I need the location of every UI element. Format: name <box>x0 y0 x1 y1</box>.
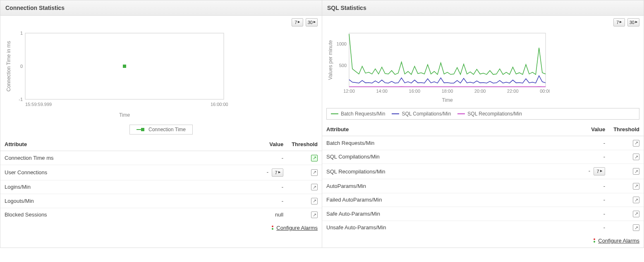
connection-chart-svg: -10115:59:59.99916:00:00.000TimeConnecti… <box>5 29 228 120</box>
value-cell: - <box>532 221 609 234</box>
threshold-icon[interactable]: ↗ <box>311 212 318 218</box>
svg-text:00:00: 00:00 <box>540 89 550 94</box>
svg-text:15:59:59.999: 15:59:59.999 <box>25 102 52 107</box>
svg-text:Values per minute: Values per minute <box>328 40 333 80</box>
value-cell: - <box>532 207 609 221</box>
value-cell: -7▶ <box>200 165 287 180</box>
col-threshold: Threshold <box>609 123 644 136</box>
attr-cell: User Connections <box>0 165 200 180</box>
legend-label: Connection Time <box>148 127 186 132</box>
range-30-button[interactable]: 30▶ <box>306 18 318 26</box>
attr-cell: Failed AutoParams/Min <box>322 193 532 207</box>
value-cell: - <box>200 151 287 165</box>
svg-point-24 <box>594 241 595 243</box>
threshold-cell: ↗ <box>609 221 644 234</box>
svg-rect-11 <box>349 33 546 87</box>
legend-marker-icon <box>141 128 144 131</box>
svg-text:22:00: 22:00 <box>507 89 519 94</box>
attr-cell: SQL Recompilations/Min <box>322 164 532 179</box>
svg-text:16:00:00.000: 16:00:00.000 <box>211 102 228 107</box>
connection-range-row: 7▶ 30▶ <box>0 16 322 26</box>
svg-text:18:00: 18:00 <box>442 89 453 94</box>
threshold-icon[interactable]: ↗ <box>633 183 639 190</box>
col-threshold: Threshold <box>287 138 322 151</box>
sql-stats-title: SQL Statistics <box>322 0 644 16</box>
sql-range-row: 7▶ 30▶ <box>322 16 644 26</box>
threshold-cell: ↗ <box>609 207 644 221</box>
table-row: AutoParams/Min-↗ <box>322 179 644 193</box>
legend-item-connection-time: Connection Time <box>136 127 186 132</box>
threshold-icon[interactable]: ↗ <box>633 168 639 175</box>
svg-text:14:00: 14:00 <box>376 89 388 94</box>
threshold-icon[interactable]: ↗ <box>633 211 639 217</box>
table-row: SQL Recompilations/Min-7▶↗ <box>322 164 644 179</box>
table-row: SQL Compilations/Min-↗ <box>322 150 644 164</box>
inline-range-button[interactable]: 7▶ <box>594 167 605 175</box>
threshold-icon[interactable]: ↗ <box>311 198 318 204</box>
range-7-button[interactable]: 7▶ <box>292 18 303 26</box>
table-row: Batch Requests/Min-↗ <box>322 136 644 150</box>
value-cell: - <box>200 194 287 208</box>
threshold-cell: ↗ <box>287 180 322 194</box>
threshold-cell: ↗ <box>609 150 644 164</box>
threshold-icon[interactable]: ↗ <box>633 197 639 203</box>
threshold-icon[interactable]: ↗ <box>311 155 318 161</box>
sql-legend: Batch Requests/Min SQL Compilations/Min … <box>326 108 639 120</box>
threshold-cell: ↗ <box>609 179 644 193</box>
configure-alarms-row: Configure Alarms <box>0 221 322 235</box>
legend-color-icon <box>331 113 338 114</box>
configure-alarms-link[interactable]: Configure Alarms <box>276 225 318 231</box>
legend-color-icon <box>457 113 465 114</box>
chevron-right-icon: ▶ <box>635 20 637 24</box>
legend-item-recompilations: SQL Recompilations/Min <box>457 111 522 117</box>
table-row: Logouts/Min-↗ <box>0 194 322 208</box>
svg-point-23 <box>594 238 595 240</box>
threshold-icon[interactable]: ↗ <box>311 184 318 190</box>
threshold-cell: ↗ <box>287 208 322 221</box>
value-cell: null <box>200 208 287 221</box>
table-row: Logins/Min-↗ <box>0 180 322 194</box>
threshold-cell: ↗ <box>609 136 644 150</box>
attr-cell: Blocked Sessions <box>0 208 200 221</box>
value-cell: -7▶ <box>532 164 609 179</box>
sql-chart: 500100012:0014:0016:0018:0020:0022:0000:… <box>322 26 644 106</box>
range-30-button[interactable]: 30▶ <box>627 18 639 26</box>
threshold-cell: ↗ <box>287 194 322 208</box>
range-7-button[interactable]: 7▶ <box>613 18 625 26</box>
table-row: Connection Time ms-↗ <box>0 151 322 165</box>
range-7-label: 7 <box>294 20 297 25</box>
connection-stats-title: Connection Statistics <box>0 0 322 16</box>
col-attribute: Attribute <box>322 123 532 136</box>
threshold-cell: ↗ <box>287 165 322 180</box>
svg-text:Connection Time in ms: Connection Time in ms <box>6 41 12 91</box>
threshold-cell: ↗ <box>287 151 322 165</box>
svg-text:0: 0 <box>20 64 23 69</box>
attr-cell: Logins/Min <box>0 180 200 194</box>
legend-item-batch: Batch Requests/Min <box>331 111 385 117</box>
svg-text:Time: Time <box>119 112 130 118</box>
threshold-icon[interactable]: ↗ <box>633 140 639 147</box>
svg-rect-8 <box>123 65 126 68</box>
col-attribute: Attribute <box>0 138 200 151</box>
connection-stats-panel: Connection Statistics 7▶ 30▶ -10115:59:5… <box>0 0 322 248</box>
range-7-label: 7 <box>616 20 619 25</box>
attr-cell: Batch Requests/Min <box>322 136 532 150</box>
threshold-icon[interactable]: ↗ <box>311 169 318 176</box>
legend-label: SQL Compilations/Min <box>402 111 451 117</box>
configure-alarms-link[interactable]: Configure Alarms <box>598 238 639 244</box>
threshold-cell: ↗ <box>609 164 644 179</box>
sql-table: Attribute Value Threshold Batch Requests… <box>322 123 644 234</box>
attr-cell: AutoParams/Min <box>322 179 532 193</box>
inline-range-button[interactable]: 7▶ <box>272 168 283 177</box>
threshold-icon[interactable]: ↗ <box>633 224 639 231</box>
alarm-icon <box>592 238 596 244</box>
range-30-label: 30 <box>308 20 313 25</box>
attr-cell: Connection Time ms <box>0 151 200 165</box>
legend-label: Batch Requests/Min <box>341 111 385 117</box>
dashboard-container: Connection Statistics 7▶ 30▶ -10115:59:5… <box>0 0 644 248</box>
connection-table: Attribute Value Threshold Connection Tim… <box>0 138 322 221</box>
legend-item-compilations: SQL Compilations/Min <box>392 111 451 117</box>
chevron-right-icon: ▶ <box>314 20 316 24</box>
threshold-icon[interactable]: ↗ <box>633 154 639 160</box>
table-row: Safe Auto-Params/Min-↗ <box>322 207 644 221</box>
